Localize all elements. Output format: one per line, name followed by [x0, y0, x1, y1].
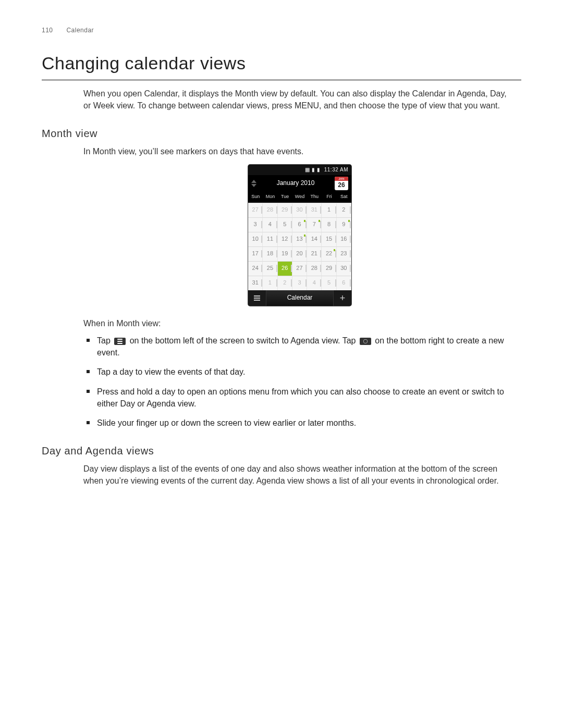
month-label: January 2010 — [256, 179, 335, 188]
phone: ▦ ▮ ▮ 11:32 AM January 2010 JAN 26 Sun M… — [248, 165, 351, 306]
calendar-cell[interactable]: 27 — [292, 261, 307, 276]
menu-lines-icon — [254, 295, 260, 301]
calendar-cell[interactable]: 11 — [263, 232, 277, 246]
calendar-cell[interactable]: 4 — [263, 217, 277, 232]
calendar-cell[interactable]: 1 — [322, 203, 336, 217]
section-label: Calendar — [66, 27, 94, 34]
calendar-cell[interactable]: 2 — [337, 203, 351, 217]
page-number: 110 — [42, 27, 53, 34]
day-agenda-block: Day view displays a list of the events o… — [83, 463, 516, 487]
calendar-cell[interactable]: 13 — [292, 232, 307, 246]
intro-block: When you open Calendar, it displays the … — [83, 88, 516, 112]
calendar-cell[interactable]: 6 — [337, 276, 351, 290]
bullet1b: on the bottom left of the screen to swit… — [130, 336, 356, 345]
month-view-lead: In Month view, you’ll see markers on day… — [83, 145, 516, 157]
calendar-cell[interactable]: 12 — [278, 232, 292, 246]
tear-month: JAN — [335, 177, 348, 181]
agenda-button[interactable] — [248, 295, 266, 301]
calendar-cell[interactable]: 27 — [248, 203, 263, 217]
dow-sat: Sat — [337, 192, 351, 203]
dow-fri: Fri — [322, 192, 336, 203]
day-agenda-heading: Day and Agenda views — [42, 443, 521, 459]
list-item: Press and hold a day to open an options … — [83, 386, 516, 410]
calendar-cell[interactable]: 6 — [292, 217, 307, 232]
bullet1a: Tap — [97, 336, 111, 345]
calendar-cell[interactable]: 14 — [307, 232, 322, 246]
calendar-cell[interactable]: 10 — [248, 232, 263, 246]
page: 110 Calendar Changing calendar views Whe… — [0, 0, 563, 728]
month-nav-arrows-icon[interactable] — [251, 180, 256, 187]
calendar-cell[interactable]: 5 — [278, 217, 292, 232]
calendar-cell[interactable]: 23 — [337, 246, 351, 261]
calendar-cell[interactable]: 1 — [263, 276, 277, 290]
calendar-cell[interactable]: 15 — [322, 232, 336, 246]
dow-sun: Sun — [248, 192, 263, 203]
agenda-inline-icon — [114, 338, 126, 345]
calendar-cell[interactable]: 7 — [307, 217, 322, 232]
page-title: Changing calendar views — [42, 51, 521, 80]
calendar-cell[interactable]: 19 — [278, 246, 292, 261]
page-header: 110 Calendar — [42, 26, 521, 35]
dow-tue: Tue — [278, 192, 292, 203]
list-item: Tap on the bottom left of the screen to … — [83, 335, 516, 359]
dow-wed: Wed — [292, 192, 307, 203]
calendar-cell[interactable]: 28 — [307, 261, 322, 276]
intro-text: When you open Calendar, it displays the … — [83, 88, 516, 112]
calendar-cell[interactable]: 20 — [292, 246, 307, 261]
calendar-cell[interactable]: 24 — [248, 261, 263, 276]
status-icons: ▦ ▮ ▮ — [305, 167, 320, 172]
calendar-cell[interactable]: 16 — [337, 232, 351, 246]
calendar-cell[interactable]: 4 — [307, 276, 322, 290]
plus-icon: + — [340, 293, 346, 303]
month-view-heading: Month view — [42, 126, 521, 141]
calendar-cell[interactable]: 31 — [307, 203, 322, 217]
calendar-cell[interactable]: 29 — [322, 261, 336, 276]
calendar-cell[interactable]: 9 — [337, 217, 351, 232]
dow-mon: Mon — [263, 192, 277, 203]
day-agenda-para: Day view displays a list of the events o… — [83, 463, 516, 487]
dow-thu: Thu — [307, 192, 322, 203]
calendar-cell[interactable]: 31 — [248, 276, 263, 290]
bottom-bar: Calendar + — [248, 290, 351, 306]
calendar-cell[interactable]: 18 — [263, 246, 277, 261]
calendar-cell[interactable]: 26 — [278, 261, 292, 276]
list-item: Slide your finger up or down the screen … — [83, 417, 516, 429]
add-inline-icon — [360, 338, 371, 345]
calendar-cell[interactable]: 25 — [263, 261, 277, 276]
month-view-bullets: Tap on the bottom left of the screen to … — [83, 335, 516, 429]
calendar-cell[interactable]: 29 — [278, 203, 292, 217]
calendar-cell[interactable]: 22 — [322, 246, 336, 261]
month-title-row: January 2010 JAN 26 — [248, 175, 351, 192]
calendar-grid: 2728293031123456789101112131415161718192… — [248, 203, 351, 290]
month-view-after-image: When in Month view: — [83, 317, 516, 329]
calendar-cell[interactable]: 3 — [292, 276, 307, 290]
calendar-cell[interactable]: 5 — [322, 276, 336, 290]
calendar-cell[interactable]: 17 — [248, 246, 263, 261]
bottom-bar-label[interactable]: Calendar — [266, 290, 334, 306]
calendar-cell[interactable]: 3 — [248, 217, 263, 232]
day-of-week-row: Sun Mon Tue Wed Thu Fri Sat — [248, 192, 351, 203]
tear-day: 26 — [335, 181, 348, 190]
list-item: Tap a day to view the events of that day… — [83, 366, 516, 378]
status-bar: ▦ ▮ ▮ 11:32 AM — [248, 165, 351, 175]
calendar-cell[interactable]: 30 — [292, 203, 307, 217]
today-badge-icon[interactable]: JAN 26 — [335, 177, 348, 190]
calendar-cell[interactable]: 28 — [263, 203, 277, 217]
status-time: 11:32 AM — [324, 167, 348, 172]
calendar-cell[interactable]: 2 — [278, 276, 292, 290]
calendar-cell[interactable]: 8 — [322, 217, 336, 232]
calendar-cell[interactable]: 21 — [307, 246, 322, 261]
add-event-button[interactable]: + — [334, 293, 351, 303]
phone-screenshot: ▦ ▮ ▮ 11:32 AM January 2010 JAN 26 Sun M… — [83, 165, 516, 306]
month-view-block: In Month view, you’ll see markers on day… — [83, 145, 516, 429]
calendar-cell[interactable]: 30 — [337, 261, 351, 276]
